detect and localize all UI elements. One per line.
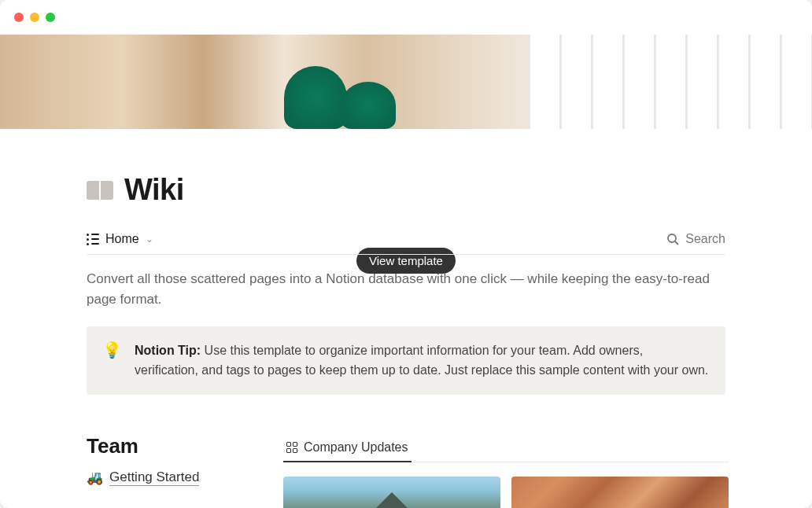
search-label: Search — [685, 232, 725, 246]
list-icon — [87, 234, 99, 245]
app-window: View template Wiki Home ⌄ — [0, 0, 812, 508]
getting-started-link[interactable]: 🚜 Getting Started — [87, 469, 244, 486]
gallery-card[interactable] — [283, 477, 500, 508]
tab-company-updates[interactable]: Company Updates — [283, 434, 412, 462]
team-column: Team 🚜 Getting Started — [87, 434, 244, 508]
updates-column: Company Updates — [283, 434, 729, 508]
gallery — [283, 477, 729, 508]
close-window-button[interactable] — [14, 13, 24, 22]
callout-label: Notion Tip: — [135, 344, 201, 357]
tab-bar: Company Updates — [283, 434, 729, 462]
view-selector[interactable]: Home ⌄ — [87, 232, 153, 246]
minimize-window-button[interactable] — [30, 13, 39, 22]
book-icon[interactable] — [87, 179, 113, 201]
tip-callout[interactable]: 💡 Notion Tip: Use this template to organ… — [87, 326, 725, 395]
page-header: Wiki — [87, 173, 725, 207]
search-icon — [666, 233, 679, 245]
chevron-down-icon: ⌄ — [146, 234, 153, 245]
callout-body: Use this template to organize important … — [135, 344, 708, 377]
view-name-label: Home — [105, 232, 139, 246]
page-description[interactable]: Convert all those scattered pages into a… — [87, 269, 725, 311]
view-toolbar: Home ⌄ Search — [87, 232, 725, 255]
team-heading[interactable]: Team — [87, 434, 244, 458]
page-title[interactable]: Wiki — [124, 173, 184, 207]
cover-image[interactable] — [0, 35, 812, 129]
svg-point-0 — [668, 234, 676, 242]
page-link-label: Getting Started — [109, 469, 199, 486]
maximize-window-button[interactable] — [46, 13, 55, 22]
callout-text: Notion Tip: Use this template to organiz… — [135, 341, 710, 381]
titlebar — [0, 0, 812, 35]
columns-layout: Team 🚜 Getting Started Company Updates — [87, 434, 725, 508]
tractor-icon: 🚜 — [87, 469, 103, 486]
gallery-card[interactable] — [511, 477, 729, 508]
page-content: Wiki Home ⌄ Search Convert all those — [0, 173, 812, 508]
lightbulb-icon: 💡 — [102, 341, 122, 381]
search-button[interactable]: Search — [666, 232, 725, 246]
tab-label: Company Updates — [304, 440, 408, 455]
svg-line-1 — [675, 241, 678, 245]
gallery-icon — [286, 442, 297, 453]
